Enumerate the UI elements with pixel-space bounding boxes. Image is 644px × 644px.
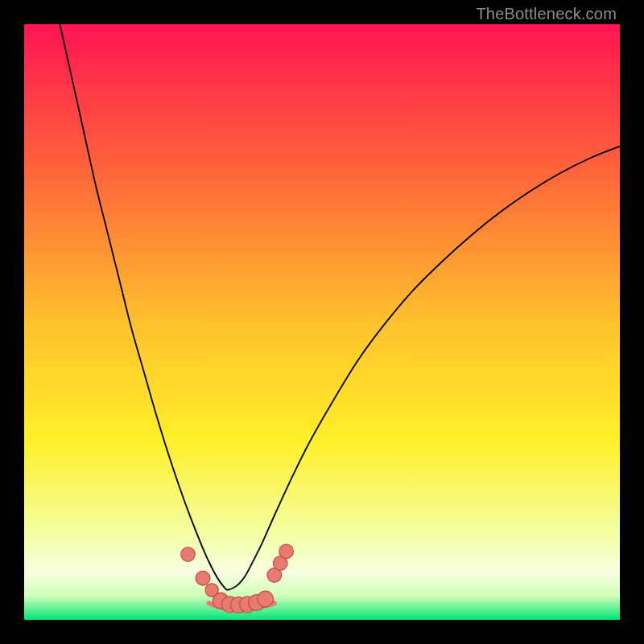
- chart-frame: TheBottleneck.com: [0, 0, 644, 644]
- data-marker: [196, 571, 210, 585]
- chart-plot-area: [24, 24, 620, 620]
- data-marker: [258, 591, 274, 607]
- curve-right-arm: [227, 147, 620, 590]
- watermark-text: TheBottleneck.com: [476, 5, 617, 23]
- chart-curve-layer: [24, 24, 620, 620]
- curve-left-arm: [60, 24, 226, 590]
- data-marker: [181, 547, 196, 562]
- data-marker: [279, 544, 294, 559]
